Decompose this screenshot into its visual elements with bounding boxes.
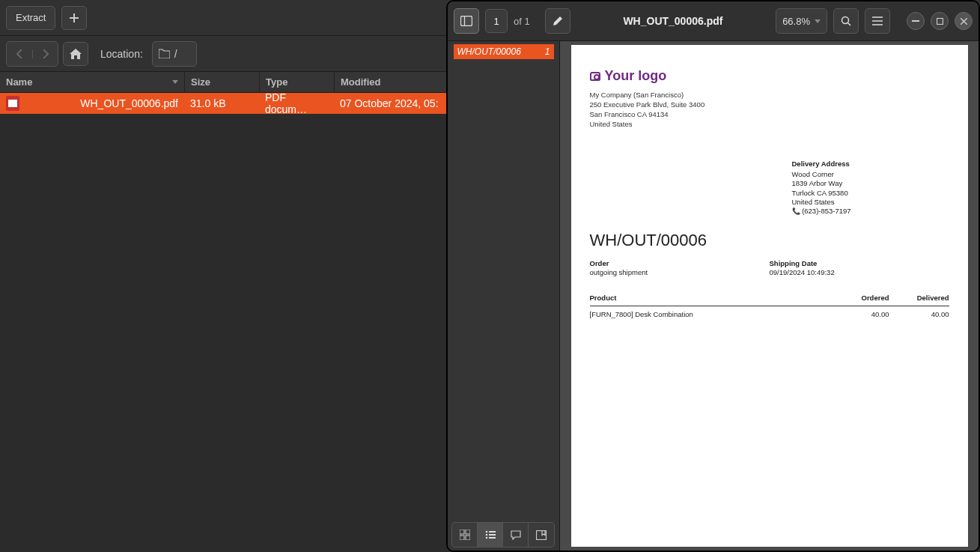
svg-point-2 <box>842 17 849 24</box>
list-icon <box>485 530 496 539</box>
home-icon <box>70 49 82 59</box>
meta-row: Order outgoing shipment Shipping Date 09… <box>590 259 949 278</box>
thumbnail-label: WH/OUT/00006 <box>457 46 521 57</box>
svg-rect-4 <box>912 20 919 22</box>
plus-icon <box>70 13 79 22</box>
file-name: WH_OUT_00006.pdf <box>80 97 178 109</box>
pdf-page: Your logo My Company (San Francisco) 250… <box>571 45 968 547</box>
svg-line-3 <box>848 23 851 26</box>
phone-icon: 📞 <box>792 207 800 215</box>
path-text: / <box>174 48 177 60</box>
location-label: Location: <box>100 48 143 60</box>
location-path[interactable]: / <box>152 41 197 67</box>
menu-button[interactable] <box>865 8 890 34</box>
logo: Your logo <box>590 67 949 85</box>
order-label: Order <box>590 259 770 268</box>
home-button[interactable] <box>63 42 88 66</box>
svg-rect-5 <box>937 18 943 24</box>
col-header-size[interactable]: Size <box>184 72 259 92</box>
add-button[interactable] <box>61 6 87 30</box>
td-delivered: 40.00 <box>889 310 949 319</box>
document-title: WH_OUT_00006.pdf <box>576 15 770 27</box>
table-row: [FURN_7800] Desk Combination 40.00 40.00 <box>590 306 949 319</box>
close-icon <box>961 18 967 25</box>
search-icon <box>841 16 851 26</box>
sidebar-icon <box>460 16 472 26</box>
th-product: Product <box>590 294 837 303</box>
th-delivered: Delivered <box>889 294 949 303</box>
grid-icon <box>460 530 470 540</box>
order-value: outgoing shipment <box>590 268 770 277</box>
file-size: 31.0 kB <box>184 93 259 114</box>
svg-rect-8 <box>460 536 464 540</box>
viewer-toolbar: of 1 WH_OUT_00006.pdf 66.8% <box>448 1 979 41</box>
company-address: My Company (San Francisco) 250 Executive… <box>590 91 949 129</box>
document-number: WH/OUT/00006 <box>590 230 949 252</box>
comment-icon <box>511 530 521 540</box>
col-header-name[interactable]: Name <box>0 72 184 92</box>
delivery-address: Delivery Address Wood Corner 1839 Arbor … <box>792 160 949 216</box>
extract-button[interactable]: Extract <box>6 6 55 30</box>
zoom-dropdown[interactable]: 66.8% <box>776 8 827 34</box>
bookmark-panel-icon <box>536 530 547 540</box>
pdf-file-icon <box>6 96 19 111</box>
shipping-value: 09/19/2024 10:49:32 <box>770 268 949 277</box>
thumbnails-mode-button[interactable] <box>452 523 478 547</box>
svg-rect-7 <box>466 530 470 534</box>
page-number-input[interactable] <box>485 9 508 33</box>
page-viewport[interactable]: Your logo My Company (San Francisco) 250… <box>560 41 979 551</box>
products-table: Product Ordered Delivered [FURN_7800] De… <box>590 294 949 319</box>
hamburger-icon <box>872 16 883 25</box>
thumbnail-item[interactable]: WH/OUT/00006 1 <box>454 44 554 59</box>
svg-rect-15 <box>489 537 496 539</box>
svg-rect-13 <box>489 534 496 536</box>
minimize-button[interactable] <box>907 12 925 30</box>
thumbnail-page: 1 <box>545 46 550 57</box>
page-total: of 1 <box>514 16 530 27</box>
close-button[interactable] <box>955 12 973 30</box>
logo-text: Your logo <box>605 67 667 85</box>
search-button[interactable] <box>833 8 859 34</box>
maximize-icon <box>937 18 943 25</box>
chevron-left-icon <box>16 49 22 58</box>
sidebar-mode-toolbar <box>451 522 555 548</box>
file-type: PDF docum… <box>259 93 334 114</box>
td-ordered: 40.00 <box>837 310 889 319</box>
svg-rect-0 <box>461 16 472 26</box>
annotate-button[interactable] <box>545 8 570 34</box>
svg-point-12 <box>485 534 487 536</box>
camera-icon <box>590 72 600 81</box>
pdf-viewer-window: of 1 WH_OUT_00006.pdf 66.8% WH/OUT <box>446 0 980 552</box>
svg-rect-9 <box>466 536 470 540</box>
sort-indicator-icon <box>172 80 178 84</box>
svg-point-10 <box>485 531 487 533</box>
maximize-button[interactable] <box>931 12 949 30</box>
shipping-label: Shipping Date <box>770 259 949 268</box>
svg-point-14 <box>485 537 487 539</box>
annotations-mode-button[interactable] <box>503 523 529 547</box>
back-button[interactable] <box>7 49 32 58</box>
minimize-icon <box>912 20 919 22</box>
chevron-down-icon <box>815 19 821 23</box>
svg-rect-11 <box>489 531 496 533</box>
sidebar-toggle-button[interactable] <box>454 8 479 34</box>
svg-rect-6 <box>460 530 464 534</box>
nav-arrows <box>6 41 58 67</box>
chevron-right-icon <box>43 49 49 58</box>
forward-button[interactable] <box>32 49 58 58</box>
th-ordered: Ordered <box>837 294 889 303</box>
td-product: [FURN_7800] Desk Combination <box>590 310 837 319</box>
col-header-type[interactable]: Type <box>259 72 334 92</box>
thumbnail-sidebar: WH/OUT/00006 1 <box>448 41 560 551</box>
outline-mode-button[interactable] <box>478 523 503 547</box>
folder-icon <box>159 49 170 58</box>
zoom-value: 66.8% <box>782 16 810 27</box>
pencil-icon <box>553 16 563 26</box>
bookmarks-mode-button[interactable] <box>529 523 554 547</box>
